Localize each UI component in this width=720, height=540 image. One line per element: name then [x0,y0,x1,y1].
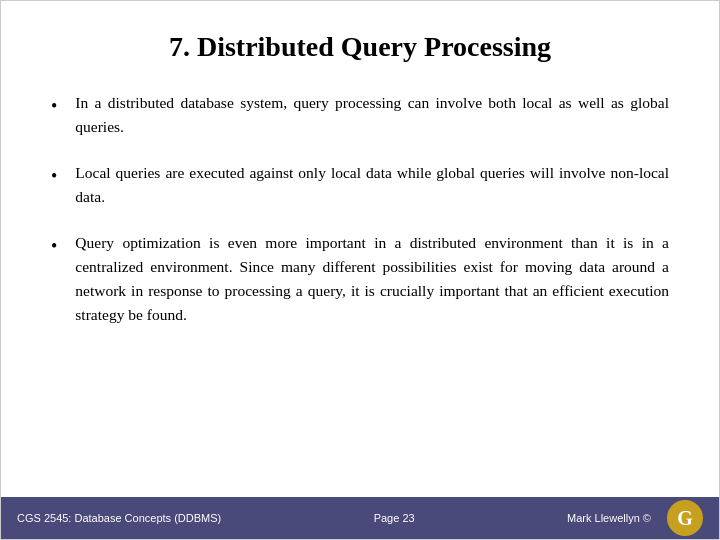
bullet-text-3: Query optimization is even more importan… [75,231,669,327]
bullet-icon: • [51,233,57,260]
bullet-list: • In a distributed database system, quer… [51,91,669,327]
logo-symbol: G [677,507,693,530]
bullet-icon: • [51,163,57,190]
footer-page-number: Page 23 [374,512,415,524]
footer-logo: G [667,500,703,536]
bullet-text-1: In a distributed database system, query … [75,91,669,139]
slide-title: 7. Distributed Query Processing [51,31,669,63]
list-item: • In a distributed database system, quer… [51,91,669,139]
list-item: • Local queries are executed against onl… [51,161,669,209]
slide-footer: CGS 2545: Database Concepts (DDBMS) Page… [1,497,719,539]
bullet-icon: • [51,93,57,120]
footer-right-group: Mark Llewellyn © G [567,500,703,536]
slide-content: 7. Distributed Query Processing • In a d… [1,1,719,497]
list-item: • Query optimization is even more import… [51,231,669,327]
bullet-text-2: Local queries are executed against only … [75,161,669,209]
slide: 7. Distributed Query Processing • In a d… [0,0,720,540]
footer-course-label: CGS 2545: Database Concepts (DDBMS) [17,512,221,524]
footer-author: Mark Llewellyn © [567,512,651,524]
